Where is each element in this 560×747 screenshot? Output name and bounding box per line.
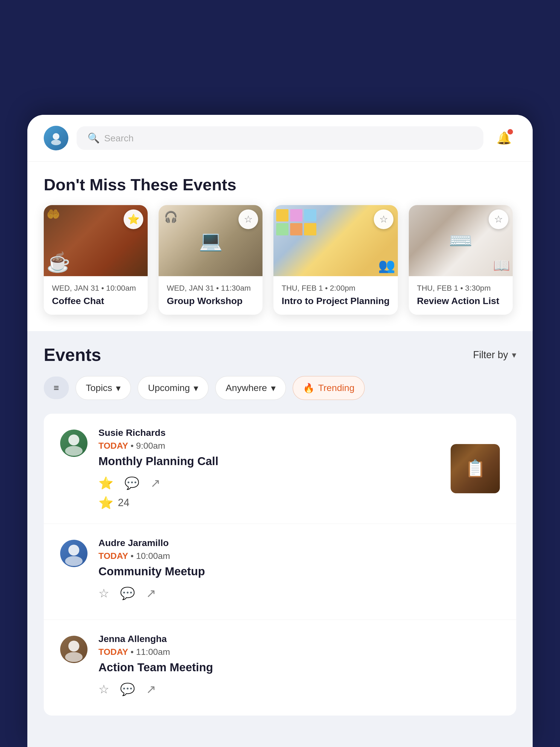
event-time-monthly-planning: TODAY • 9:00am — [98, 441, 440, 451]
svg-point-0 — [53, 133, 59, 140]
chip-upcoming-label: Upcoming — [148, 383, 190, 393]
keyboard-icon: ⌨️ — [449, 229, 473, 252]
card-date-coffee: WED, JAN 31 • 10:00am — [52, 284, 139, 292]
card-title-review: Review Action List — [417, 295, 505, 307]
time-action: 11:00am — [136, 647, 170, 657]
chevron-down-icon-anywhere: ▾ — [271, 383, 276, 393]
filter-by-button[interactable]: Filter by ▾ — [473, 349, 516, 361]
notification-button[interactable]: 🔔 — [492, 126, 516, 150]
card-body-coffee: WED, JAN 31 • 10:00am Coffee Chat — [44, 276, 148, 315]
card-body-workshop: WED, JAN 31 • 11:30am Group Workshop — [159, 276, 262, 315]
app-card: 🔍 Search 🔔 Don't Miss These Events ☕ 🤲 ⭐ — [27, 115, 533, 747]
event-item-action-team[interactable]: Jenna Allengha TODAY • 11:00am Action Te… — [44, 620, 516, 716]
event-content-action-team: Jenna Allengha TODAY • 11:00am Action Te… — [98, 634, 500, 702]
avatar-susie-richards — [60, 430, 87, 457]
star-icon-empty: ☆ — [379, 213, 388, 225]
event-actions-action-team: ☆ 💬 ↗ — [98, 682, 500, 696]
chip-filter-icon[interactable]: ≡ — [44, 377, 69, 399]
filter-chips-row: ≡ Topics ▾ Upcoming ▾ Anywhere ▾ 🔥 Trend… — [44, 376, 516, 400]
top-bar: 🔍 Search 🔔 — [27, 115, 533, 162]
featured-section: Don't Miss These Events ☕ 🤲 ⭐ WED, JAN 3… — [27, 162, 533, 331]
event-actions-community: ☆ 💬 ↗ — [98, 586, 500, 600]
planning-thumb-icon: 📋 — [465, 459, 486, 478]
svg-point-3 — [65, 446, 82, 456]
svg-point-1 — [51, 140, 61, 145]
chip-trending[interactable]: 🔥 Trending — [292, 376, 365, 400]
star-count-num-monthly: 24 — [118, 497, 129, 509]
event-list: Susie Richards TODAY • 9:00am Monthly Pl… — [44, 414, 516, 716]
avatar-audre-jaramillo — [60, 540, 87, 567]
comment-icon-community[interactable]: 💬 — [120, 586, 135, 600]
event-host-audre: Audre Jaramillo — [98, 538, 500, 548]
event-host-susie: Susie Richards — [98, 428, 440, 438]
card-star-button-review[interactable]: ☆ — [489, 209, 508, 229]
chip-anywhere[interactable]: Anywhere ▾ — [215, 376, 286, 400]
event-time-action-team: TODAY • 11:00am — [98, 647, 500, 657]
event-host-jenna: Jenna Allengha — [98, 634, 500, 644]
svg-point-6 — [68, 641, 79, 651]
featured-card-group-workshop[interactable]: 💻 🎧 ☆ WED, JAN 31 • 11:30am Group Worksh… — [159, 205, 262, 315]
share-icon-monthly[interactable]: ↗ — [150, 476, 160, 490]
card-image-workshop: 💻 🎧 ☆ — [159, 205, 262, 276]
event-time-community: TODAY • 10:00am — [98, 551, 500, 561]
card-image-project: 👥 ☆ — [274, 205, 398, 276]
search-icon: 🔍 — [87, 132, 100, 144]
featured-card-review-action[interactable]: ⌨️ 📖 ☆ THU, FEB 1 • 3:30pm Review Action… — [409, 205, 513, 315]
chip-anywhere-label: Anywhere — [226, 383, 267, 393]
event-title-action-team: Action Team Meeting — [98, 661, 500, 674]
svg-point-7 — [65, 652, 82, 662]
event-content-community-meetup: Audre Jaramillo TODAY • 10:00am Communit… — [98, 538, 500, 606]
time-text-monthly: • — [130, 441, 136, 450]
chip-topics[interactable]: Topics ▾ — [75, 376, 131, 400]
filter-lines-icon: ≡ — [54, 383, 59, 393]
featured-card-intro-project[interactable]: 👥 ☆ THU, FEB 1 • 2:00pm Intro to Project… — [274, 205, 398, 315]
laptop-icon: 💻 — [199, 229, 223, 252]
card-star-button-project[interactable]: ☆ — [374, 209, 393, 229]
card-date-review: THU, FEB 1 • 3:30pm — [417, 284, 505, 292]
events-header: Events Filter by ▾ — [44, 345, 516, 365]
svg-point-2 — [68, 435, 79, 445]
card-title-coffee: Coffee Chat — [52, 295, 139, 307]
card-title-workshop: Group Workshop — [167, 295, 254, 307]
card-date-workshop: WED, JAN 31 • 11:30am — [167, 284, 254, 292]
search-input[interactable]: Search — [104, 133, 134, 144]
featured-card-coffee-chat[interactable]: ☕ 🤲 ⭐ WED, JAN 31 • 10:00am Coffee Chat — [44, 205, 148, 315]
share-icon-action[interactable]: ↗ — [146, 682, 156, 696]
filter-by-label: Filter by — [473, 349, 508, 361]
thumb-planning-img: 📋 — [451, 444, 500, 493]
chip-trending-label: Trending — [318, 383, 355, 393]
chevron-down-icon-topics: ▾ — [116, 383, 121, 393]
chevron-down-icon-upcoming: ▾ — [194, 383, 198, 393]
search-bar[interactable]: 🔍 Search — [77, 126, 483, 150]
event-item-monthly-planning[interactable]: Susie Richards TODAY • 9:00am Monthly Pl… — [44, 414, 516, 524]
star-action-icon-monthly[interactable]: ⭐ — [98, 476, 113, 490]
featured-title: Don't Miss These Events — [44, 175, 516, 194]
star-count-icon-monthly: ⭐ — [98, 496, 113, 510]
chip-topics-label: Topics — [86, 383, 112, 393]
svg-point-4 — [68, 545, 79, 556]
card-image-coffee: ☕ 🤲 ⭐ — [44, 205, 148, 276]
today-label-monthly: TODAY — [98, 441, 128, 450]
comment-icon-monthly[interactable]: 💬 — [124, 476, 139, 490]
event-title-monthly-planning: Monthly Planning Call — [98, 455, 440, 468]
today-label-community: TODAY — [98, 551, 128, 561]
card-image-review: ⌨️ 📖 ☆ — [409, 205, 513, 276]
star-icon-empty: ☆ — [494, 213, 503, 225]
avatar-jenna-allengha — [60, 636, 87, 663]
card-star-button-coffee[interactable]: ⭐ — [124, 209, 143, 229]
fire-icon: 🔥 — [303, 383, 314, 393]
star-action-icon-action[interactable]: ☆ — [98, 682, 109, 696]
card-body-review: THU, FEB 1 • 3:30pm Review Action List — [409, 276, 513, 315]
event-item-community-meetup[interactable]: Audre Jaramillo TODAY • 10:00am Communit… — [44, 524, 516, 620]
star-icon-empty: ☆ — [244, 213, 253, 225]
event-content-monthly-planning: Susie Richards TODAY • 9:00am Monthly Pl… — [98, 428, 440, 510]
comment-icon-action[interactable]: 💬 — [120, 682, 135, 696]
star-action-icon-community[interactable]: ☆ — [98, 586, 109, 600]
share-icon-community[interactable]: ↗ — [146, 586, 156, 600]
featured-cards-scroll: ☕ 🤲 ⭐ WED, JAN 31 • 10:00am Coffee Chat … — [27, 205, 533, 331]
event-actions-monthly: ⭐ 💬 ↗ — [98, 476, 440, 490]
notification-dot — [508, 129, 513, 134]
card-star-button-workshop[interactable]: ☆ — [238, 209, 258, 229]
chip-upcoming[interactable]: Upcoming ▾ — [137, 376, 209, 400]
star-icon-filled: ⭐ — [127, 213, 140, 225]
